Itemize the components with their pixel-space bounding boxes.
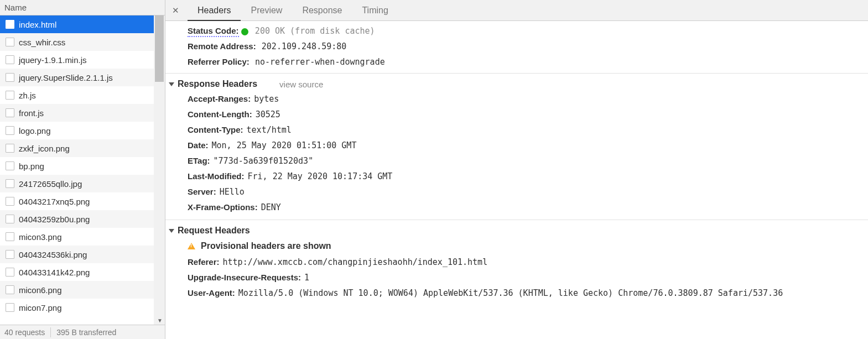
file-row[interactable]: front.js [0, 104, 154, 122]
file-row[interactable]: 040433141k42.png [0, 263, 154, 281]
view-source-link[interactable]: view source [279, 80, 323, 89]
file-row[interactable]: 04043217xnq5.png [0, 192, 154, 210]
file-name: jquery-1.9.1.min.js [19, 55, 87, 65]
file-icon [6, 126, 14, 135]
header-value: Mon, 25 May 2020 01:51:00 GMT [209, 140, 357, 150]
file-row[interactable]: 0404324536ki.png [0, 246, 154, 263]
file-row[interactable]: jquery.SuperSlide.2.1.1.js [0, 69, 154, 86]
file-row[interactable]: css_whir.css [0, 33, 154, 51]
provisional-warning-text: Provisional headers are shown [201, 241, 331, 251]
provisional-warning: Provisional headers are shown [178, 238, 868, 254]
triangle-down-icon [169, 82, 174, 86]
file-name: index.html [19, 20, 56, 29]
file-name: 0404324536ki.png [19, 250, 87, 259]
header-label: Upgrade-Insecure-Requests: [188, 273, 301, 282]
header-row: X-Frame-Options:DENY [178, 200, 868, 215]
devtools-network-panel: Name index.htmlcss_whir.cssjquery-1.9.1.… [0, 0, 868, 339]
details-panel: ✕ HeadersPreviewResponseTiming Status Co… [165, 0, 868, 339]
tab-timing[interactable]: Timing [352, 0, 398, 21]
response-headers-header[interactable]: Response Headers view source [165, 79, 868, 89]
header-value: text/html [243, 125, 292, 135]
file-name: 040433141k42.png [19, 268, 90, 277]
header-value: HEllo [216, 187, 245, 197]
file-row[interactable]: micon6.png [0, 281, 154, 299]
request-headers-header[interactable]: Request Headers [165, 226, 868, 236]
requests-count: 40 requests [4, 328, 45, 337]
header-row: Date:Mon, 25 May 2020 01:51:00 GMT [178, 138, 868, 153]
header-row: Content-Length:30525 [178, 107, 868, 122]
file-name: zh.js [19, 91, 36, 100]
response-headers-section: Response Headers view source Accept-Rang… [165, 73, 868, 216]
status-bar: 40 requests 395 B transferred [0, 325, 165, 339]
request-headers-title: Request Headers [178, 226, 250, 236]
file-row[interactable]: 04043259zb0u.png [0, 210, 154, 228]
header-value: DENY [258, 202, 281, 212]
header-label: Content-Type: [188, 125, 243, 134]
header-value: Mozilla/5.0 (Windows NT 10.0; WOW64) App… [235, 288, 783, 298]
tab-response[interactable]: Response [292, 0, 352, 21]
file-name: 24172655qllo.jpg [19, 179, 82, 189]
file-name: micon7.png [19, 303, 62, 312]
file-name: bp.png [19, 161, 44, 171]
referrer-policy-row: Referrer Policy: no-referrer-when-downgr… [178, 54, 868, 70]
header-row: Content-Type:text/html [178, 122, 868, 138]
header-label: Content-Length: [188, 109, 252, 119]
remote-address-row: Remote Address: 202.109.248.59:80 [178, 39, 868, 54]
header-label: Last-Modified: [188, 171, 245, 181]
file-icon [6, 197, 14, 206]
file-icon [6, 55, 14, 64]
file-row[interactable]: bp.png [0, 157, 154, 175]
header-row: ETag:"773d-5a639f01520d3" [178, 153, 868, 169]
file-name: micon6.png [19, 285, 62, 295]
header-label: X-Frame-Options: [188, 202, 258, 212]
file-row[interactable]: micon3.png [0, 228, 154, 246]
tab-headers[interactable]: Headers [188, 0, 241, 21]
file-row[interactable]: logo.png [0, 122, 154, 139]
tab-preview[interactable]: Preview [241, 0, 292, 21]
file-name: logo.png [19, 126, 51, 135]
header-label: Server: [188, 187, 216, 196]
header-row: User-Agent:Mozilla/5.0 (Windows NT 10.0;… [178, 285, 868, 301]
header-row: Last-Modified:Fri, 22 May 2020 10:17:34 … [178, 169, 868, 184]
file-name: front.js [19, 108, 44, 118]
referrer-policy-value: no-referrer-when-downgrade [252, 57, 385, 67]
remote-address-label: Remote Address: [188, 41, 256, 51]
scroll-down-icon[interactable]: ▼ [157, 317, 163, 324]
file-icon [6, 250, 14, 259]
file-icon [6, 215, 14, 223]
file-row[interactable]: zh.js [0, 86, 154, 104]
header-row: Accept-Ranges:bytes [178, 91, 868, 107]
header-row: Server:HEllo [178, 184, 868, 200]
file-name: 04043217xnq5.png [19, 197, 90, 206]
status-code-value: 200 OK (from disk cache) [252, 26, 375, 36]
file-list-viewport: index.htmlcss_whir.cssjquery-1.9.1.min.j… [0, 15, 165, 325]
header-row: Upgrade-Insecure-Requests:1 [178, 270, 868, 285]
file-icon [6, 73, 14, 82]
file-row[interactable]: micon7.png [0, 299, 154, 316]
file-row[interactable]: jquery-1.9.1.min.js [0, 51, 154, 69]
file-list: index.htmlcss_whir.cssjquery-1.9.1.min.j… [0, 15, 154, 316]
remote-address-value: 202.109.248.59:80 [258, 41, 347, 51]
file-icon [6, 179, 14, 188]
file-row[interactable]: 24172655qllo.jpg [0, 175, 154, 192]
file-icon [6, 161, 14, 170]
file-row[interactable]: zxkf_icon.png [0, 139, 154, 157]
close-icon[interactable]: ✕ [169, 6, 182, 15]
scrollbar-thumb[interactable] [155, 15, 164, 82]
warning-icon [188, 243, 195, 249]
scrollbar-track[interactable]: ▲ ▼ [154, 15, 165, 325]
tab-bar: ✕ HeadersPreviewResponseTiming [165, 0, 868, 21]
request-headers-body: Provisional headers are shown Referer:ht… [165, 236, 868, 301]
header-label: User-Agent: [188, 288, 235, 298]
header-row: Referer:http://www.xmccb.com/changpinjie… [178, 254, 868, 270]
file-row[interactable]: index.html [0, 15, 154, 33]
referrer-policy-label: Referrer Policy: [188, 57, 250, 66]
response-headers-body: Accept-Ranges:bytesContent-Length:30525C… [165, 89, 868, 215]
file-icon [6, 91, 14, 100]
file-icon [6, 268, 14, 277]
response-headers-title: Response Headers [178, 79, 257, 89]
status-dot-icon [241, 28, 248, 35]
name-column-header[interactable]: Name [0, 0, 165, 15]
file-icon [6, 144, 14, 153]
header-label: Date: [188, 140, 209, 150]
